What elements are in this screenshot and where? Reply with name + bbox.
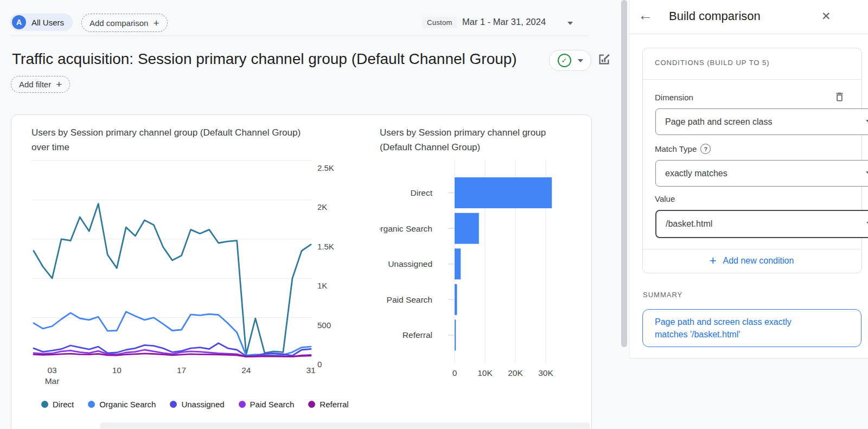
plus-icon: + — [710, 255, 717, 267]
line-chart-title: Users by Session primary channel group (… — [31, 125, 319, 155]
vertical-scrollbar[interactable] — [621, 0, 627, 347]
legend-label: Direct — [53, 400, 74, 409]
conditions-header: CONDITIONS (BUILD UP TO 5) — [655, 59, 770, 67]
plus-icon: + — [56, 79, 62, 89]
legend-dot-icon — [170, 401, 177, 408]
header-divider — [11, 35, 589, 36]
match-type-select-value: exactly matches — [665, 169, 727, 178]
value-select[interactable]: /basket.html — [655, 210, 868, 238]
value-label: Value — [655, 194, 675, 203]
chart-legend: DirectOrganic SearchUnassignedPaid Searc… — [41, 400, 349, 409]
check-circle-icon: ✓ — [558, 54, 571, 67]
legend-item: Direct — [41, 400, 74, 409]
legend-item: Organic Search — [88, 400, 156, 409]
add-filter-label: Add filter — [19, 80, 51, 89]
svg-text:Direct: Direct — [411, 188, 433, 197]
svg-text:03: 03 — [47, 366, 56, 375]
legend-label: Organic Search — [99, 400, 156, 409]
legend-dot-icon — [308, 401, 315, 408]
conditions-divider — [643, 79, 861, 80]
legend-item: Unassigned — [170, 400, 224, 409]
svg-text:Paid Search: Paid Search — [387, 295, 432, 304]
report-status-button[interactable]: ✓ — [549, 50, 591, 71]
svg-text:500: 500 — [317, 321, 331, 330]
audience-avatar: A — [12, 15, 26, 29]
dimension-select[interactable]: Page path and screen class — [655, 108, 868, 135]
chevron-down-icon — [578, 59, 583, 62]
ga4-traffic-acquisition-page: A All Users Add comparison + Custom Mar … — [0, 0, 868, 429]
svg-text:0: 0 — [452, 368, 457, 377]
svg-text:10K: 10K — [477, 368, 493, 377]
back-arrow-icon[interactable]: ← — [638, 8, 653, 23]
summary-text: Page path and screen class exactly match… — [643, 316, 856, 341]
chevron-down-icon — [567, 22, 573, 25]
bar-chart-title: Users by Session primary channel group (… — [380, 125, 559, 155]
plus-icon: + — [153, 18, 159, 28]
dimension-select-value: Page path and screen class — [665, 117, 772, 127]
all-users-label: All Users — [31, 18, 64, 27]
add-new-condition-label: Add new condition — [723, 256, 794, 266]
add-comparison-label: Add comparison — [90, 18, 148, 28]
svg-text:Mar: Mar — [45, 376, 60, 386]
delete-condition-icon[interactable] — [834, 91, 845, 103]
value-select-value: /basket.html — [666, 219, 712, 229]
match-type-label: Match Type ? — [655, 144, 711, 154]
date-range-type-badge: Custom — [423, 17, 457, 28]
svg-text:Unassigned: Unassigned — [388, 259, 432, 268]
panel-title: Build comparison — [669, 9, 761, 23]
dimension-label: Dimension — [655, 93, 693, 102]
add-new-condition-button[interactable]: + Add new condition — [642, 249, 861, 272]
panel-header-divider — [629, 34, 868, 34]
legend-item: Paid Search — [239, 400, 295, 409]
svg-text:2K: 2K — [317, 202, 327, 212]
svg-text:31: 31 — [306, 366, 315, 375]
help-icon[interactable]: ? — [700, 144, 711, 154]
legend-label: Unassigned — [181, 400, 224, 409]
summary-chip: Page path and screen class exactly match… — [642, 309, 861, 347]
customize-report-icon[interactable] — [597, 52, 611, 67]
summary-label: SUMMARY — [643, 291, 682, 299]
legend-label: Referral — [320, 400, 348, 409]
chevron-down-icon — [866, 120, 868, 123]
svg-text:0: 0 — [317, 360, 322, 369]
page-title: Traffic acquisition: Session primary cha… — [12, 50, 517, 68]
svg-text:Referral: Referral — [403, 330, 432, 340]
svg-text:30K: 30K — [538, 368, 553, 377]
svg-text:1.5K: 1.5K — [317, 242, 334, 251]
add-comparison-button[interactable]: Add comparison + — [81, 14, 168, 32]
legend-dot-icon — [239, 401, 246, 408]
svg-text:24: 24 — [241, 366, 251, 375]
svg-text:20K: 20K — [508, 368, 523, 377]
close-icon[interactable]: ✕ — [821, 10, 831, 23]
add-filter-button[interactable]: Add filter + — [11, 76, 70, 93]
svg-text:2.5K: 2.5K — [317, 163, 334, 172]
date-range-selector[interactable]: Mar 1 - Mar 31, 2024 — [462, 17, 546, 27]
legend-item: Referral — [308, 400, 348, 409]
legend-dot-icon — [41, 401, 48, 408]
bar-chart[interactable]: 010K20K30KDirectOrganic SearchUnassigned… — [380, 157, 592, 388]
chevron-down-icon — [866, 171, 868, 175]
line-chart[interactable]: 05001K1.5K2K2.5K03Mar10172431 — [31, 157, 343, 388]
svg-text:Organic Search: Organic Search — [380, 224, 432, 233]
legend-dot-icon — [88, 401, 95, 408]
match-type-label-text: Match Type — [655, 144, 697, 153]
svg-text:17: 17 — [177, 366, 186, 375]
panel-footer-area — [629, 358, 868, 429]
svg-text:10: 10 — [112, 366, 122, 375]
legend-label: Paid Search — [250, 400, 295, 409]
svg-text:1K: 1K — [317, 281, 327, 290]
match-type-select[interactable]: exactly matches — [655, 160, 868, 187]
all-users-chip[interactable]: A All Users — [10, 14, 73, 31]
table-top-edge — [100, 422, 590, 429]
